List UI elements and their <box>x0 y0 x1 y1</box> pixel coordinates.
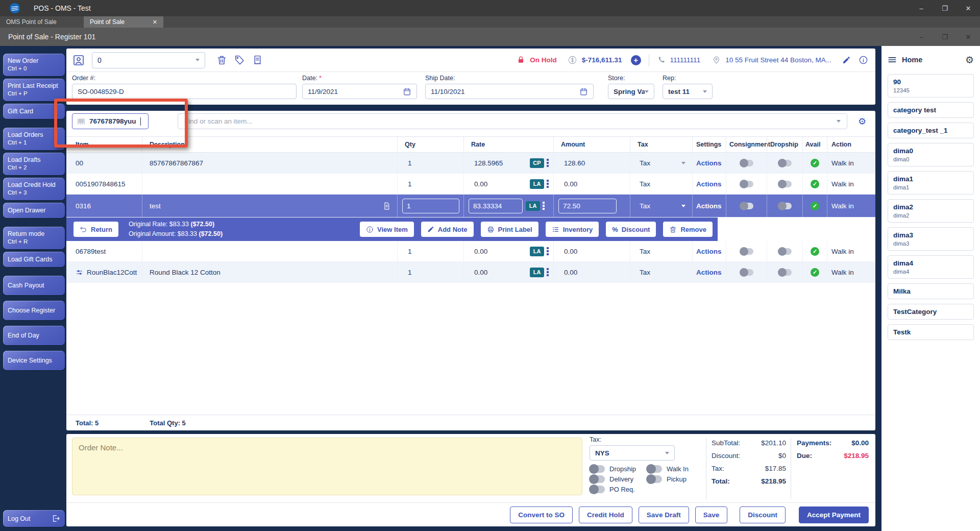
calendar-icon[interactable] <box>579 87 588 96</box>
sidebar-button-choose-register[interactable]: Choose Register <box>3 301 65 320</box>
category-item[interactable]: 9012345 <box>888 74 974 98</box>
sidebar-button-load-orders[interactable]: Load OrdersCtrl + 1 <box>3 128 65 150</box>
category-item[interactable]: category test <box>888 102 974 118</box>
close-tab-icon[interactable]: ✕ <box>153 19 157 26</box>
discount-button[interactable]: Discount <box>740 506 786 523</box>
dropship-toggle[interactable] <box>778 248 792 255</box>
actions-link[interactable]: Actions <box>692 241 726 261</box>
customer-select[interactable]: 0 <box>92 52 205 68</box>
actions-link[interactable]: Actions <box>692 195 726 217</box>
remove-item-button[interactable]: Remove <box>663 222 713 237</box>
customer-phone[interactable]: 111111111 <box>670 56 701 64</box>
tax-select[interactable]: Tax <box>630 195 692 217</box>
customer-icon[interactable] <box>72 54 85 66</box>
rate-menu-icon[interactable] <box>547 159 549 167</box>
sidebar-button-new-order[interactable]: New OrderCtrl + 0 <box>3 54 65 76</box>
date-input[interactable]: 11/9/2021 <box>302 84 417 99</box>
category-item[interactable]: dima3dima3 <box>888 227 974 251</box>
barcode-input[interactable]: 767678798yuu <box>72 113 149 129</box>
tax-select[interactable]: Tax <box>630 262 692 282</box>
walk-in-toggle[interactable] <box>647 465 662 473</box>
qty-input[interactable] <box>402 199 459 213</box>
category-item[interactable]: dima1dima1 <box>888 171 974 195</box>
register-maximize-button[interactable]: ❐ <box>933 28 957 46</box>
customer-address[interactable]: 10 55 Fruit Street 44 Boston, MA... <box>725 56 831 64</box>
sidebar-button-load-credit-hold[interactable]: Load Credit HoldCtrl + 3 <box>3 178 65 200</box>
dropship-toggle[interactable] <box>778 160 792 166</box>
category-item[interactable]: Testk <box>888 324 974 340</box>
receipt-icon[interactable] <box>252 55 263 65</box>
item-note-icon[interactable] <box>382 202 391 210</box>
add-note-button[interactable]: Add Note <box>421 222 474 237</box>
order-note-input[interactable] <box>72 438 582 495</box>
dropship-toggle[interactable] <box>778 269 792 276</box>
dropship-toggle[interactable] <box>778 181 792 187</box>
sidebar-button-cash-payout[interactable]: Cash Payout <box>3 276 65 295</box>
consignment-toggle[interactable] <box>740 181 753 187</box>
logout-button[interactable]: Log Out <box>3 510 65 527</box>
maximize-button[interactable]: ❐ <box>933 0 957 16</box>
sidebar-button-load-gift-cards[interactable]: Load Gift Cards <box>3 252 65 267</box>
sidebar-button-print-last-receipt[interactable]: Print Last ReceiptCtrl + P <box>3 79 65 101</box>
info-icon[interactable] <box>859 55 868 65</box>
amount-input[interactable] <box>558 199 617 213</box>
category-item[interactable]: dima4dima4 <box>888 255 974 279</box>
tax-select[interactable]: Tax <box>630 153 692 173</box>
inventory-button[interactable]: Inventory <box>546 222 599 237</box>
category-item[interactable]: TestCategory <box>888 304 974 320</box>
actions-link[interactable]: Actions <box>692 153 726 173</box>
tax-select[interactable]: Tax <box>630 241 692 261</box>
convert-to-so-button[interactable]: Convert to SO <box>510 506 573 523</box>
rate-input[interactable] <box>469 199 523 213</box>
category-item[interactable]: dima0dima0 <box>888 143 974 166</box>
print-label-button[interactable]: Print Label <box>481 222 538 237</box>
rep-select[interactable]: test 11 <box>663 84 713 99</box>
dropship-order-toggle[interactable] <box>590 465 605 473</box>
save-draft-button[interactable]: Save Draft <box>639 506 689 523</box>
return-button[interactable]: Return <box>74 222 118 237</box>
table-row[interactable]: RounBlac12Cott Round Black 12 Cotton 1 0… <box>66 262 875 283</box>
table-row[interactable]: 06789test 1 0.00LA 0.00 Tax Actions ✓ Wa… <box>66 241 875 262</box>
edit-icon[interactable] <box>842 56 851 64</box>
calendar-icon[interactable] <box>403 87 411 96</box>
sidebar-button-return-mode[interactable]: Return modeCtrl + R <box>3 227 65 249</box>
delivery-toggle[interactable] <box>590 475 605 483</box>
sidebar-button-gift-card[interactable]: Gift Card <box>3 104 65 119</box>
tax-code-select[interactable]: NYS <box>590 445 675 461</box>
category-item[interactable]: category_test _1 <box>888 123 974 138</box>
store-select[interactable]: Spring Valle <box>608 84 654 99</box>
search-settings-gear-icon[interactable]: ⚙ <box>858 116 866 127</box>
settings-gear-icon[interactable]: ⚙ <box>965 54 974 66</box>
credit-hold-button[interactable]: Credit Hold <box>579 506 632 523</box>
save-button[interactable]: Save <box>695 506 728 523</box>
category-item[interactable]: Milka <box>888 283 974 299</box>
consignment-toggle[interactable] <box>740 248 753 255</box>
hamburger-menu-icon[interactable] <box>888 55 897 64</box>
actions-link[interactable]: Actions <box>692 174 726 194</box>
sidebar-button-device-settings[interactable]: Device Settings <box>3 351 65 370</box>
register-close-button[interactable]: ✕ <box>957 28 980 46</box>
register-minimize-button[interactable]: – <box>910 28 933 46</box>
table-row[interactable]: 00 85767867867867 1 128.5965CP 128.60 Ta… <box>66 153 875 174</box>
consignment-toggle[interactable] <box>740 269 753 276</box>
view-item-button[interactable]: View Item <box>360 222 414 237</box>
tab-oms-point-of-sale[interactable]: OMS Point of Sale <box>0 16 72 28</box>
tax-select[interactable]: Tax <box>630 174 692 194</box>
actions-link[interactable]: Actions <box>692 262 726 282</box>
sidebar-button-end-of-day[interactable]: End of Day <box>3 326 65 345</box>
close-button[interactable]: ✕ <box>957 0 980 16</box>
table-row-selected[interactable]: 0316 test LA Tax Actions ✓ Walk in <box>66 195 875 218</box>
po-req-toggle[interactable] <box>590 486 605 493</box>
rate-menu-icon[interactable] <box>543 202 545 210</box>
tab-point-of-sale[interactable]: Point of Sale ✕ <box>84 16 163 28</box>
category-item[interactable]: dima2dima2 <box>888 199 974 223</box>
rate-menu-icon[interactable] <box>547 247 549 255</box>
order-number-input[interactable]: SO-0048529-D <box>72 84 297 99</box>
tag-icon[interactable] <box>234 55 245 65</box>
consignment-toggle[interactable] <box>740 203 753 209</box>
pickup-toggle[interactable] <box>647 475 662 483</box>
add-customer-button[interactable]: + <box>631 55 641 65</box>
ship-date-input[interactable]: 11/10/2021 <box>425 84 594 99</box>
table-row[interactable]: 0051907848615 1 0.00LA 0.00 Tax Actions … <box>66 174 875 195</box>
accept-payment-button[interactable]: Accept Payment <box>799 506 869 523</box>
